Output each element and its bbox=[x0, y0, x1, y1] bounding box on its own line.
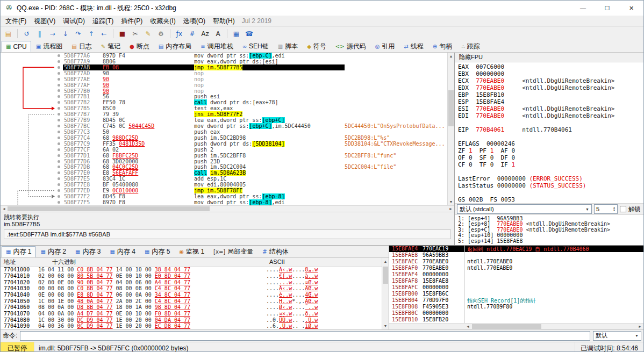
dump-row[interactable]: 7704107004 00 0A 00 A4 D7 04 77 0E 00 10… bbox=[1, 311, 382, 317]
breakpoint-dot[interactable] bbox=[58, 107, 60, 110]
register-line[interactable]: EDI 770EABE0 <ntdll.DbgUiRemoteBreakin> bbox=[458, 112, 640, 119]
menu-item[interactable]: 选项(O) bbox=[180, 16, 209, 26]
stack-comment[interactable] bbox=[465, 310, 643, 317]
menu-item[interactable]: 文件(F) bbox=[2, 16, 30, 26]
stack-row[interactable]: 15E8FB08F45905E3 bbox=[389, 304, 464, 310]
tab-references[interactable]: ◎引用 bbox=[371, 41, 399, 52]
open-file-icon[interactable]: ▤ bbox=[2, 28, 15, 40]
font-icon[interactable]: A bbox=[212, 28, 224, 40]
command-profile-select[interactable]: 默认 ▼ bbox=[593, 331, 641, 341]
breakpoint-dot[interactable] bbox=[58, 78, 60, 81]
disassembly-view[interactable]: 5D8F77A6897D F4mov dword ptr ss:[ebp-C],… bbox=[1, 53, 447, 205]
disasm-row[interactable]: 5D8F77B779 39jns im.5D8F77F2 bbox=[1, 111, 447, 117]
menu-item[interactable]: 插件(P) bbox=[117, 16, 146, 26]
breakpoint-dot[interactable] bbox=[58, 66, 60, 69]
register-line[interactable]: ESI 770EABE0 <ntdll.DbgUiRemoteBreakin> bbox=[458, 105, 640, 112]
remote-debug-icon[interactable]: ☎ bbox=[243, 28, 255, 40]
tab-log[interactable]: ▤日志 bbox=[67, 41, 96, 52]
disasm-row[interactable]: 5D8F77A98B06mov eax,dword ptr ds:[esi] bbox=[1, 59, 447, 64]
menu-item[interactable]: 追踪(T) bbox=[89, 16, 117, 26]
register-list[interactable]: EAX 007C6000EBX 00000000ECX 770EABE0 <nt… bbox=[455, 62, 643, 203]
menu-item[interactable]: 视图(V) bbox=[30, 16, 59, 26]
register-line[interactable]: GS 002B FS 0053 bbox=[458, 196, 640, 203]
tab-memory-5[interactable]: ▦内存 5 bbox=[140, 246, 174, 257]
disasm-row[interactable]: 5D8F77E0E8 56EAFAFFcall im.5D8A623B bbox=[1, 170, 447, 176]
tab-struct[interactable]: #结构体 bbox=[258, 246, 292, 257]
breakpoint-dot[interactable] bbox=[58, 95, 60, 98]
stack-comment[interactable] bbox=[465, 291, 643, 297]
stack-row[interactable]: 15E8FAF815E8FAE8 bbox=[389, 278, 464, 284]
dump-row[interactable]: 7704100016 04 11 00 C0 8B 04 77 14 00 10… bbox=[1, 267, 382, 273]
disasm-row[interactable]: 5D8F77F28D45 F8lea eax,dword ptr ss:[ebp… bbox=[1, 193, 447, 199]
breakpoint-dot[interactable] bbox=[58, 54, 60, 57]
stack-comment[interactable]: 指向SEH_Record[1]的指针 bbox=[465, 297, 643, 304]
breakpoint-dot[interactable] bbox=[58, 177, 60, 180]
menu-item[interactable]: 收藏夹(I) bbox=[146, 16, 179, 26]
register-line[interactable]: ESP 15E8FAE4 bbox=[458, 98, 640, 105]
stack-comment[interactable]: ntdll.770EABE0 bbox=[465, 265, 643, 271]
breakpoint-dot[interactable] bbox=[58, 113, 60, 116]
dump-row[interactable]: 770410501C 00 1E 00 48 0A 04 77 2A 00 2C… bbox=[1, 298, 382, 304]
disasm-row[interactable]: 5D8F77EDE9 0C010000jmp im.5D8F78FE bbox=[1, 188, 447, 193]
tab-memory-4[interactable]: ▦内存 4 bbox=[105, 246, 139, 257]
disasm-row[interactable]: 5D8F77E8BF 05400080mov edi,80004005 bbox=[1, 182, 447, 188]
stack-comment[interactable] bbox=[465, 252, 643, 258]
dump-row[interactable]: 7704101002 00 08 00 80 5B 04 77 0E 00 10… bbox=[1, 273, 382, 279]
tab-trace[interactable]: ∴跟踪 bbox=[457, 41, 484, 52]
disasm-row[interactable]: 5D8F77E583C4 1Cadd esp,1C bbox=[1, 176, 447, 182]
stack-row[interactable]: 15E8FAE4770EAC19 bbox=[389, 246, 464, 252]
tab-call-stack[interactable]: ≡调用堆栈 bbox=[196, 41, 237, 52]
tab-watch-1[interactable]: ◉监视 1 bbox=[175, 246, 209, 257]
disasm-row[interactable]: 5D8F77C468 988DC25Dpush im.5DC2BD985DC2B… bbox=[1, 135, 447, 141]
breakpoint-dot[interactable] bbox=[58, 125, 60, 127]
tab-breakpoints[interactable]: ●断点 bbox=[125, 41, 154, 52]
breakpoint-dot[interactable] bbox=[58, 160, 60, 163]
dump-row[interactable]: 7704102002 00 0E 00 90 0B 04 77 04 00 06… bbox=[1, 279, 382, 285]
stack-comments[interactable]: 返回到 ntdll.770EAC19 自 ntdll.770B4060ntdll… bbox=[464, 246, 643, 323]
pause-icon[interactable]: ∥ bbox=[33, 28, 46, 40]
breakpoint-dot[interactable] bbox=[58, 131, 60, 133]
menu-item[interactable]: 调试(D) bbox=[59, 16, 89, 26]
scroll-down-icon[interactable]: ▼ bbox=[382, 322, 389, 329]
hide-fpu-button[interactable]: 隐藏FPU bbox=[455, 53, 643, 62]
breakpoint-dot[interactable] bbox=[58, 101, 60, 104]
menu-item[interactable]: 帮助(H) bbox=[209, 16, 239, 26]
disasm-row[interactable]: 5D8F77C350push eax bbox=[1, 129, 447, 135]
scroll-down-icon[interactable]: ▼ bbox=[448, 198, 454, 205]
breakpoint-dot[interactable] bbox=[58, 171, 60, 174]
scrollbar-thumb[interactable] bbox=[472, 324, 541, 329]
stack-comment[interactable]: 返回到 ntdll.770EAC19 自 ntdll.770B4060 bbox=[465, 246, 643, 252]
tab-locals[interactable]: [x=]局部变量 bbox=[209, 246, 257, 257]
dump-vertical-scrollbar[interactable]: ▲ ▼ bbox=[382, 258, 389, 329]
stack-row[interactable]: 15E8FAF0770EABE0 bbox=[389, 265, 464, 271]
breakpoint-dot[interactable] bbox=[58, 119, 60, 121]
register-line[interactable]: EFLAGS 00000246 bbox=[458, 140, 640, 147]
dump-row[interactable]: 770410400E 00 08 00 E8 8D 04 77 06 00 0A… bbox=[1, 292, 382, 298]
tab-script[interactable]: ▥脚本 bbox=[274, 41, 302, 52]
stack-comment[interactable]: ntdll.770EABE0 bbox=[465, 258, 643, 265]
spinner-arrows-icon[interactable]: ▲▼ bbox=[613, 206, 616, 212]
annotate-icon[interactable]: ✎ bbox=[142, 28, 154, 40]
register-line[interactable]: EBP 15E8FB10 bbox=[458, 91, 640, 98]
stack-horizontal-scrollbar[interactable]: ◄ ► bbox=[464, 323, 643, 329]
disasm-row[interactable]: 5D8F77CF6A 02push 2 bbox=[1, 147, 447, 153]
scrollbar-thumb[interactable] bbox=[448, 90, 454, 126]
scroll-left-icon[interactable]: ◄ bbox=[464, 324, 471, 329]
register-line[interactable] bbox=[458, 168, 640, 175]
breakpoint-dot[interactable] bbox=[58, 189, 60, 192]
hash-icon[interactable]: # bbox=[186, 28, 198, 40]
disasm-row[interactable]: 5D8F77BCC745 0C 5044C45Dmov dword ptr ss… bbox=[1, 123, 447, 129]
stack-rows[interactable]: 15E8FAE4770EAC1915E8FAE896A59BB315E8FAEC… bbox=[389, 246, 464, 323]
tab-threads[interactable]: ⇄线程 bbox=[399, 41, 427, 52]
register-line[interactable]: ECX 770EABE0 <ntdll.DbgUiRemoteBreakin> bbox=[458, 77, 640, 84]
stack-row[interactable]: 15E8FB0C00000000 bbox=[389, 310, 464, 317]
step-into-icon[interactable]: ↓ bbox=[59, 28, 71, 40]
scroll-right-icon[interactable]: ► bbox=[447, 206, 454, 212]
disasm-row[interactable]: 5D8F77D168 F8BFC25Dpush im.5DC2BFF85DC2B… bbox=[1, 153, 447, 159]
unlock-checkbox[interactable]: 解锁 bbox=[620, 205, 641, 213]
run-to-return-icon[interactable]: ↑ bbox=[85, 28, 97, 40]
stop-icon[interactable]: ■ bbox=[116, 28, 128, 40]
disasm-row[interactable]: 5D8F77AE90nop bbox=[1, 76, 447, 82]
tab-memory-2[interactable]: ▦内存 2 bbox=[36, 246, 70, 257]
disasm-row[interactable]: 5D8F77C9FF35 0481D35Dpush dword ptr ds:[… bbox=[1, 141, 447, 147]
